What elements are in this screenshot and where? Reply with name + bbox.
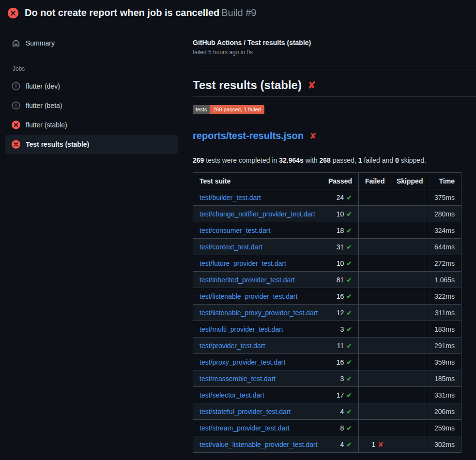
cell-failed xyxy=(359,239,390,255)
cell-time: 280ms xyxy=(425,206,461,222)
cell-passed: 4✔ xyxy=(315,403,359,420)
cell-failed xyxy=(359,387,390,403)
count-value: 1 xyxy=(371,441,375,448)
cell-skipped xyxy=(390,206,425,222)
test-suite-link[interactable]: test/listenable_provider_test.dart xyxy=(200,292,297,300)
cell-skipped xyxy=(390,420,425,436)
cell-test-suite: test/selector_test.dart xyxy=(193,387,315,403)
cell-passed: 18✔ xyxy=(315,222,359,239)
test-suite-link[interactable]: test/multi_provider_test.dart xyxy=(200,325,283,333)
table-row: test/stateful_provider_test.dart4✔206ms xyxy=(193,403,461,420)
cell-skipped xyxy=(390,403,425,420)
cell-skipped xyxy=(390,370,425,387)
sidebar-item-label: flutter (stable) xyxy=(26,121,67,129)
count-value: 81 xyxy=(337,276,344,284)
cell-skipped xyxy=(390,272,425,288)
table-row: test/listenable_proxy_provider_test.dart… xyxy=(193,305,461,321)
test-suite-link[interactable]: test/provider_test.dart xyxy=(200,342,265,350)
report-title-link[interactable]: reports/test-results.json xyxy=(193,130,304,141)
table-row: test/selector_test.dart17✔331ms xyxy=(193,387,461,403)
cell-passed: 4✔ xyxy=(315,436,359,453)
test-suite-link[interactable]: test/builder_test.dart xyxy=(200,194,261,201)
check-icon: ✔ xyxy=(346,292,352,300)
x-circle-fill-icon xyxy=(12,140,20,149)
failed-x-icon: ✘ xyxy=(307,79,316,91)
test-suite-link[interactable]: test/stream_provider_test.dart xyxy=(200,424,290,432)
sidebar-item-flutter-beta[interactable]: flutter (beta) xyxy=(5,96,178,115)
cell-failed xyxy=(359,337,390,354)
cell-test-suite: test/listenable_provider_test.dart xyxy=(193,288,315,305)
cell-time: 375ms xyxy=(425,189,461,206)
summary-fragment: 268 xyxy=(320,156,331,164)
cell-passed: 31✔ xyxy=(315,239,359,255)
job-status-line: failed 5 hours ago in 0s xyxy=(193,49,476,56)
x-circle-fill-icon xyxy=(12,121,20,129)
cell-skipped xyxy=(390,288,425,305)
summary-fragment: tests were completed in xyxy=(204,156,279,164)
test-suite-link[interactable]: test/future_provider_test.dart xyxy=(200,260,286,267)
stop-circle-icon xyxy=(12,101,20,110)
col-header-passed: Passed xyxy=(315,173,359,189)
section-title: Test results (stable) ✘ xyxy=(193,78,476,97)
cell-time: 324ms xyxy=(425,222,461,239)
test-suite-link[interactable]: test/stateful_provider_test.dart xyxy=(200,408,291,415)
summary-fragment: with xyxy=(304,156,320,164)
check-icon: ✔ xyxy=(346,309,352,317)
cross-icon: ✘ xyxy=(378,441,384,448)
sidebar-item-label: flutter (dev) xyxy=(26,82,60,90)
run-title: Do not create report when job is cancell… xyxy=(25,7,219,18)
home-icon xyxy=(12,39,20,47)
cell-passed: 3✔ xyxy=(315,370,359,387)
jobs-section-label: Jobs xyxy=(13,65,178,72)
cell-skipped xyxy=(390,305,425,321)
cell-test-suite: test/builder_test.dart xyxy=(193,189,315,206)
cell-time: 1.065s xyxy=(425,272,461,288)
results-table-body: test/builder_test.dart24✔375mstest/chang… xyxy=(193,189,461,453)
count-value: 10 xyxy=(337,260,344,267)
cell-failed xyxy=(359,370,390,387)
cell-skipped xyxy=(390,239,425,255)
cell-passed: 10✔ xyxy=(315,255,359,272)
sidebar-item-summary[interactable]: Summary xyxy=(5,33,178,53)
cell-test-suite: test/reassemble_test.dart xyxy=(193,370,315,387)
cell-test-suite: test/future_provider_test.dart xyxy=(193,255,315,272)
summary-fragment: 269 xyxy=(193,156,204,164)
test-suite-link[interactable]: test/inherited_provider_test.dart xyxy=(200,276,295,284)
cell-passed: 8✔ xyxy=(315,420,359,436)
cell-test-suite: test/multi_provider_test.dart xyxy=(193,321,315,337)
cell-passed: 10✔ xyxy=(315,206,359,222)
check-icon: ✔ xyxy=(346,194,352,201)
count-value: 4 xyxy=(340,408,344,415)
sidebar-item-label: flutter (beta) xyxy=(26,102,62,109)
sidebar: Summary Jobs flutter (dev) flut xyxy=(0,25,184,154)
test-suite-link[interactable]: test/context_test.dart xyxy=(200,243,262,251)
cell-time: 331ms xyxy=(425,387,461,403)
test-suite-link[interactable]: test/reassemble_test.dart xyxy=(200,375,276,383)
sidebar-item-test-results-stable[interactable]: Test results (stable) xyxy=(5,135,178,154)
table-row: test/context_test.dart31✔644ms xyxy=(193,239,461,255)
sidebar-item-flutter-dev[interactable]: flutter (dev) xyxy=(5,77,178,96)
tests-badge[interactable]: tests 268 passed, 1 failed xyxy=(193,105,264,114)
cell-skipped xyxy=(390,436,425,453)
test-suite-link[interactable]: test/value_listenable_provider_test.dart xyxy=(200,441,318,448)
cell-failed xyxy=(359,354,390,370)
test-suite-link[interactable]: test/selector_test.dart xyxy=(200,391,264,399)
cell-failed xyxy=(359,420,390,436)
cell-failed xyxy=(359,206,390,222)
col-header-test-suite: Test suite xyxy=(193,173,315,189)
cell-passed: 17✔ xyxy=(315,387,359,403)
test-suite-link[interactable]: test/change_notifier_provider_test.dart xyxy=(200,210,315,218)
cell-skipped xyxy=(390,337,425,354)
cell-time: 183ms xyxy=(425,321,461,337)
test-suite-link[interactable]: test/consumer_test.dart xyxy=(200,227,270,234)
test-suite-link[interactable]: test/listenable_proxy_provider_test.dart xyxy=(200,309,318,317)
sidebar-item-flutter-stable[interactable]: flutter (stable) xyxy=(5,115,178,135)
table-row: test/change_notifier_provider_test.dart1… xyxy=(193,206,461,222)
cell-time: 272ms xyxy=(425,255,461,272)
badge-value: 268 passed, 1 failed xyxy=(210,105,264,114)
check-icon: ✔ xyxy=(346,424,352,432)
cell-failed xyxy=(359,272,390,288)
cell-test-suite: test/proxy_provider_test.dart xyxy=(193,354,315,370)
test-suite-link[interactable]: test/proxy_provider_test.dart xyxy=(200,358,285,366)
job-header: GitHub Actions / Test results (stable) f… xyxy=(193,39,476,65)
